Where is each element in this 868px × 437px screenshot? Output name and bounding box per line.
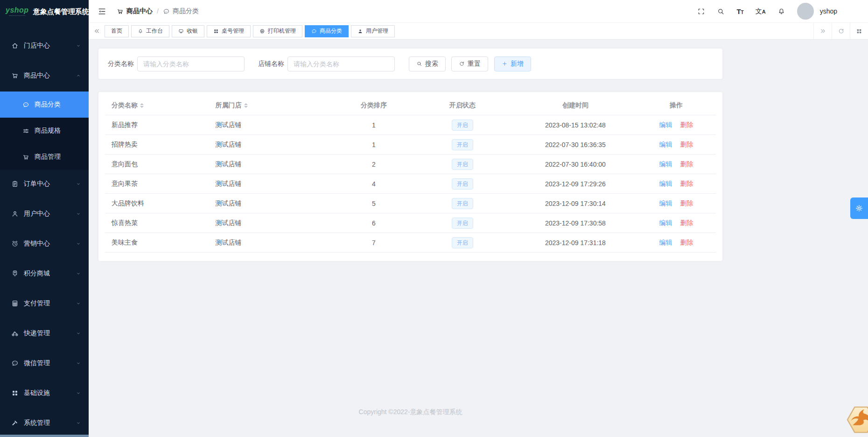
delete-link[interactable]: 删除: [680, 160, 693, 168]
table-row: 大品牌饮料测试店铺5开启2023-12-09 17:30:14编辑删除: [105, 194, 716, 213]
tab-bar: 首页工作台收银桌号管理打印机管理商品分类用户管理: [89, 23, 868, 40]
add-button[interactable]: 新增: [494, 56, 531, 71]
cell-category-name: 美味主食: [105, 233, 209, 253]
avatar[interactable]: [797, 3, 814, 20]
tab-user-management[interactable]: 用户管理: [351, 25, 395, 37]
reset-button[interactable]: 重置: [451, 56, 488, 71]
sidebar-menu: 门店中心商品中心商品分类商品规格商品管理订单中心用户中心营销中心积分商城支付管理…: [0, 23, 89, 437]
cell-actions: 编辑删除: [637, 115, 716, 135]
grid4-icon: [11, 389, 19, 397]
chat-icon: [11, 359, 19, 367]
tab-workbench[interactable]: 工作台: [131, 25, 169, 37]
delete-link[interactable]: 删除: [680, 180, 693, 187]
table-row: 招牌热卖测试店铺1开启2022-07-30 16:36:35编辑删除: [105, 135, 716, 155]
edit-link[interactable]: 编辑: [659, 199, 672, 207]
sidebar-item-store-center[interactable]: 门店中心: [0, 32, 89, 60]
sidebar-item-system-management[interactable]: 系统管理: [0, 409, 89, 437]
refresh-icon: [459, 61, 465, 67]
font-size-icon[interactable]: TT: [736, 8, 743, 15]
refresh-tab-button[interactable]: [832, 23, 850, 39]
cell-created-time: 2023-12-09 17:29:26: [514, 174, 637, 194]
tabs-scroll-right-button[interactable]: [813, 23, 832, 39]
page-content: 分类名称 店铺名称 搜索 重置 新增: [89, 40, 868, 437]
medal-icon: [11, 270, 19, 277]
collapse-sidebar-icon[interactable]: [98, 7, 106, 16]
cell-actions: 编辑删除: [637, 135, 716, 155]
breadcrumb-item-product-center[interactable]: 商品中心: [117, 7, 153, 15]
cell-store: 测试店铺: [209, 194, 337, 213]
search-icon[interactable]: [717, 7, 725, 15]
sidebar-item-order-center[interactable]: 订单中心: [0, 170, 89, 198]
bird-logo-badge[interactable]: [847, 405, 868, 434]
layout-grid-button[interactable]: [850, 23, 868, 39]
plus-icon: [502, 61, 508, 67]
sidebar-subitem-product-category[interactable]: 商品分类: [0, 92, 89, 118]
sidebar-subitem-product-spec[interactable]: 商品规格: [0, 118, 89, 144]
chevron-down-icon: [76, 271, 81, 276]
status-badge: 开启: [452, 237, 473, 248]
sidebar-subitem-product-management[interactable]: 商品管理: [0, 144, 89, 170]
delete-link[interactable]: 删除: [680, 239, 693, 246]
topbar-actions: TT 文A yshop: [697, 3, 868, 20]
edit-link[interactable]: 编辑: [659, 141, 672, 148]
sidebar-item-product-center[interactable]: 商品中心: [0, 62, 89, 90]
category-table-card: 分类名称所属门店分类排序开启状态创建时间操作 新品推荐测试店铺1开启2023-0…: [98, 92, 722, 261]
sidebar-scrollbar[interactable]: [0, 435, 89, 437]
bell-icon[interactable]: [777, 7, 785, 15]
sidebar-item-wechat-management[interactable]: 微信管理: [0, 349, 89, 377]
sidebar-item-express-management[interactable]: 快递管理: [0, 319, 89, 347]
column-header-store[interactable]: 所属门店: [209, 96, 337, 115]
username[interactable]: yshop: [820, 7, 837, 15]
breadcrumb-separator: /: [157, 7, 159, 15]
delete-link[interactable]: 删除: [680, 141, 693, 148]
cell-store: 测试店铺: [209, 213, 337, 233]
edit-link[interactable]: 编辑: [659, 121, 672, 128]
table-row: 意向面包测试店铺2开启2022-07-30 16:40:00编辑删除: [105, 155, 716, 174]
tab-cashier[interactable]: 收银: [172, 25, 204, 37]
fullscreen-icon[interactable]: [697, 7, 705, 15]
edit-link[interactable]: 编辑: [659, 180, 672, 187]
chevron-down-icon: [76, 211, 81, 217]
edit-link[interactable]: 编辑: [659, 160, 672, 168]
sidebar-item-points-mall[interactable]: 积分商城: [0, 260, 89, 288]
sidebar-submenu: 商品分类商品规格商品管理: [0, 92, 89, 170]
footer-copyright: Copyright ©2022-意象点餐管理系统: [98, 408, 722, 416]
breadcrumb-item-product-category[interactable]: 商品分类: [163, 7, 199, 15]
edit-link[interactable]: 编辑: [659, 239, 672, 246]
column-header-status: 开启状态: [410, 96, 514, 115]
sidebar-item-payment-management[interactable]: 支付管理: [0, 289, 89, 317]
sort-caret-icon[interactable]: [244, 101, 248, 110]
sort-caret-icon[interactable]: [140, 101, 144, 110]
search-button[interactable]: 搜索: [409, 56, 446, 71]
tab-product-category[interactable]: 商品分类: [305, 25, 349, 37]
chevron-up-icon: [76, 73, 81, 78]
delete-link[interactable]: 删除: [680, 199, 693, 207]
tab-table-management[interactable]: 桌号管理: [207, 25, 251, 37]
sidebar-item-user-center[interactable]: 用户中心: [0, 200, 89, 228]
chevron-down-icon: [76, 43, 81, 49]
cell-sort-order: 7: [337, 233, 410, 253]
category-name-input[interactable]: [137, 56, 245, 71]
settings-drawer-button[interactable]: [850, 197, 868, 219]
delete-link[interactable]: 删除: [680, 121, 693, 128]
column-header-category-name[interactable]: 分类名称: [105, 96, 209, 115]
cell-category-name: 招牌热卖: [105, 135, 209, 155]
sidebar-item-marketing-center[interactable]: 营销中心: [0, 230, 89, 258]
table-row: 美味主食测试店铺7开启2023-12-09 17:31:18编辑删除: [105, 233, 716, 253]
store-name-input[interactable]: [287, 56, 395, 71]
monitor-icon: [178, 28, 184, 34]
store-name-label: 店铺名称: [258, 60, 284, 68]
table-row: 意向果茶测试店铺4开启2023-12-09 17:29:26编辑删除: [105, 174, 716, 194]
cell-store: 测试店铺: [209, 233, 337, 253]
delete-link[interactable]: 删除: [680, 219, 693, 226]
sidebar-item-infrastructure[interactable]: 基础设施: [0, 379, 89, 407]
edit-link[interactable]: 编辑: [659, 219, 672, 226]
chevron-down-icon: [76, 241, 81, 247]
tab-home[interactable]: 首页: [105, 25, 129, 37]
tab-printer-management[interactable]: 打印机管理: [253, 25, 302, 37]
cell-store: 测试店铺: [209, 174, 337, 194]
cell-actions: 编辑删除: [637, 233, 716, 253]
tabs-scroll-left-button[interactable]: [89, 28, 105, 35]
cell-sort-order: 1: [337, 115, 410, 135]
translate-icon[interactable]: 文A: [756, 8, 766, 14]
